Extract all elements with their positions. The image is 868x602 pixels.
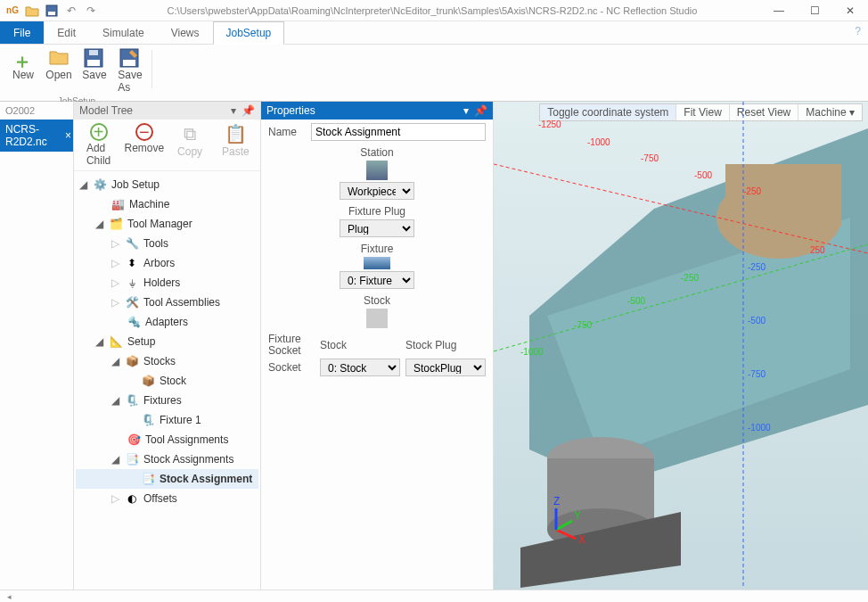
model-tree-panel: Model Tree ▾📌 +Add Child −Remove ⧉Copy 📋… (74, 102, 261, 590)
stock-icon (366, 309, 388, 328)
tick-red: -1000 (587, 137, 610, 147)
program-panel: O2002 NCRS-R2D2.nc × (0, 102, 74, 590)
tree-node-fixture1[interactable]: 🗜️Fixture 1 (76, 410, 258, 430)
menu-bar: File Edit Simulate Views JobSetup ? (0, 21, 868, 45)
col-fixture-socket: Fixture Socket (268, 334, 315, 357)
tree-node-toolmgr[interactable]: ◢🗂️Tool Manager (76, 214, 258, 234)
window-controls: — ☐ ✕ (761, 0, 868, 21)
saveas-button[interactable]: Save As (114, 46, 146, 95)
model-tree-header: Model Tree ▾📌 (74, 102, 260, 120)
close-tab-icon[interactable]: × (65, 129, 71, 142)
fixture-select[interactable]: 0: Fixture 1 (340, 271, 414, 289)
nc-file-tab[interactable]: NCRS-R2D2.nc × (0, 120, 73, 152)
app-icon: nG (5, 4, 20, 18)
program-number: O2002 (0, 102, 73, 120)
tab-simulate[interactable]: Simulate (89, 21, 158, 44)
panel-menu-icon[interactable]: ▾ (231, 104, 236, 117)
tree-node-stockassigns[interactable]: ◢📑Stock Assignments (76, 449, 258, 469)
remove-button[interactable]: −Remove (125, 123, 164, 167)
machine-icon: 🏭 (110, 196, 126, 212)
gear-icon: ⚙️ (92, 177, 108, 193)
assembly-icon: 🛠️ (124, 294, 140, 310)
close-button[interactable]: ✕ (832, 0, 868, 21)
tree-node-adapters[interactable]: 🔩Adapters (76, 312, 258, 332)
viewport-3d[interactable]: Toggle coordinate system Fit View Reset … (494, 102, 868, 590)
tick-green: -1000 (520, 347, 544, 357)
tick-red: -500 (694, 170, 712, 180)
redo-icon[interactable]: ↷ (84, 4, 98, 18)
tree-node-toolassign[interactable]: 🎯Tool Assignments (76, 430, 258, 449)
undo-icon[interactable]: ↶ (64, 4, 78, 18)
fixtureplug-select[interactable]: Plug (340, 219, 414, 237)
tree-node-holders[interactable]: ▷⏚Holders (76, 273, 258, 293)
tab-views[interactable]: Views (158, 21, 213, 44)
plus-icon: ＋ (12, 48, 34, 68)
name-input[interactable] (311, 123, 486, 141)
tree-node-stockassign[interactable]: 📑Stock Assignment (76, 469, 258, 489)
tree-node-stocks[interactable]: ◢📦Stocks (76, 351, 258, 371)
panel-pin-icon[interactable]: 📌 (474, 104, 487, 117)
properties-panel: Properties ▾📌 Name Station Workpiece Fix… (261, 102, 494, 590)
minimize-button[interactable]: — (761, 0, 797, 21)
tool-assign-icon: 🎯 (126, 432, 142, 448)
panel-minimize-icon[interactable]: ▾ (463, 104, 469, 117)
ribbon-group-jobsetup: ＋ New Open Save Save As JobSetup (4, 46, 150, 101)
open-button[interactable]: Open (43, 46, 75, 95)
ribbon: ＋ New Open Save Save As JobSetup (0, 45, 868, 102)
panel-pin-icon[interactable]: 📌 (242, 104, 255, 117)
tree-node-setup[interactable]: ◢📐Setup (76, 332, 258, 351)
tick-green: -750 (574, 320, 592, 330)
stockplug-select[interactable]: StockPlug (405, 359, 486, 376)
stock-select[interactable]: 0: Stock (320, 359, 400, 376)
svg-text:Y: Y (574, 509, 581, 522)
tree-node-arbors[interactable]: ▷⬍Arbors (76, 253, 258, 273)
status-expand-icon[interactable]: ◂ (7, 592, 12, 601)
maximize-button[interactable]: ☐ (797, 0, 832, 21)
ribbon-separator (151, 50, 152, 88)
window-title: C:\Users\pwebster\AppData\Roaming\NcInte… (103, 5, 761, 16)
save-button[interactable]: Save (78, 46, 111, 95)
help-icon[interactable]: ? (855, 25, 861, 37)
svg-rect-1 (48, 12, 55, 15)
tab-file[interactable]: File (0, 21, 44, 44)
tree-node-offsets[interactable]: ▷◐Offsets (76, 489, 258, 508)
folder-open-icon (48, 48, 70, 68)
paste-icon: 📋 (225, 123, 246, 144)
tree-node-machine[interactable]: 🏭Machine (76, 194, 258, 214)
fixtureplug-label: Fixture Plug (268, 205, 486, 218)
box-icon: 📦 (140, 373, 156, 389)
remove-icon: − (135, 123, 153, 141)
tick-green: -250 (681, 273, 699, 283)
open-folder-icon[interactable] (25, 4, 39, 18)
fixture-icon: 🗜️ (124, 392, 140, 408)
col-stock: Stock (320, 339, 400, 351)
copy-button[interactable]: ⧉Copy (170, 123, 209, 167)
stock-assign-icon: 📑 (124, 451, 140, 467)
tick-blue: -750 (748, 369, 766, 379)
tree-node-fixtures[interactable]: ◢🗜️Fixtures (76, 391, 258, 410)
svg-rect-4 (89, 50, 98, 55)
svg-rect-3 (87, 60, 100, 66)
station-icon (366, 161, 388, 180)
new-button[interactable]: ＋ New (7, 46, 39, 95)
tree-body[interactable]: ◢⚙️Job Setup 🏭Machine ◢🗂️Tool Manager ▷🔧… (74, 171, 260, 590)
add-child-button[interactable]: +Add Child (79, 123, 119, 167)
tick-green: -500 (627, 296, 645, 306)
fixture-icon: 🗜️ (140, 412, 156, 428)
tab-jobsetup[interactable]: JobSetup (213, 21, 285, 45)
tab-edit[interactable]: Edit (44, 21, 89, 44)
tree-node-tools[interactable]: ▷🔧Tools (76, 234, 258, 253)
save-icon[interactable] (45, 4, 59, 18)
paste-button[interactable]: 📋Paste (216, 123, 255, 167)
svg-rect-6 (123, 60, 135, 66)
tree-toolbar: +Add Child −Remove ⧉Copy 📋Paste (74, 120, 260, 171)
station-label: Station (268, 146, 486, 159)
workpiece-select[interactable]: Workpiece (340, 182, 414, 200)
workspace: O2002 NCRS-R2D2.nc × Model Tree ▾📌 +Add … (0, 102, 868, 590)
tool-icon: 🔧 (124, 235, 140, 252)
stock-label: Stock (268, 294, 486, 307)
tree-node-toolasm[interactable]: ▷🛠️Tool Assemblies (76, 293, 258, 312)
tree-node-jobsetup[interactable]: ◢⚙️Job Setup (76, 175, 258, 194)
tick-red: -1250 (538, 120, 561, 129)
tree-node-stock[interactable]: 📦Stock (76, 371, 258, 391)
